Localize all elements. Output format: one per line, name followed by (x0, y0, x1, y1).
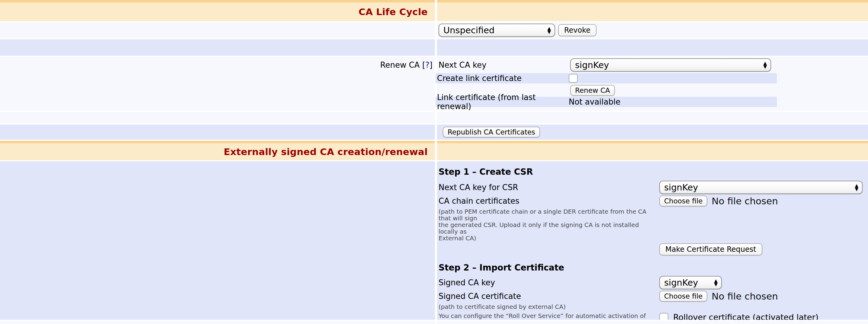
section-title-externally-signed: Externally signed CA creation/renewal (224, 146, 435, 157)
rollover-control: Rollover certificate (activated later) (659, 313, 818, 320)
help-bracket-open: [ (422, 60, 425, 69)
spacer-row (0, 112, 868, 123)
next-ca-key-for-csr-label: Next CA key for CSR (438, 183, 659, 192)
signed-ca-certificate-row: Signed CA certificate Choose file No fil… (438, 290, 868, 302)
spacer-left (0, 39, 435, 56)
ca-chain-certificates-label: CA chain certificates (438, 197, 659, 206)
signed-ca-certificate-label: Signed CA certificate (438, 292, 659, 301)
next-ca-key-label: Next CA key (438, 60, 570, 69)
next-ca-key-for-csr-select[interactable]: signKey ▲▼ (659, 181, 863, 194)
next-ca-key-row: Next CA key signKey ▲▼ (437, 57, 868, 72)
signed-ca-key-value: signKey (664, 277, 698, 288)
create-link-certificate-row: Create link certificate (435, 73, 777, 83)
select-arrows-icon: ▲▼ (850, 184, 858, 191)
ca-chain-file-input: Choose file No file chosen (659, 196, 778, 206)
spacer-right (437, 112, 868, 123)
link-certificate-label: Link certificate (from last renewal) (437, 93, 569, 111)
next-ca-key-value: signKey (575, 60, 609, 70)
renew-ca-row-label: Renew CA [?] (0, 57, 435, 69)
make-certificate-request-button[interactable]: Make Certificate Request (659, 243, 762, 256)
section-header-right-spacer (437, 141, 868, 160)
signed-ca-key-label: Signed CA key (438, 278, 659, 287)
rollover-hint: You can configure the “Roll Over Service… (438, 313, 659, 320)
spacer-right (437, 39, 868, 56)
step2-heading: Step 2 – Import Certificate (438, 263, 868, 273)
choose-file-button[interactable]: Choose file (659, 291, 707, 302)
link-certificate-row: Link certificate (from last renewal) Not… (435, 97, 777, 107)
republish-left-spacer (0, 124, 435, 140)
section-header-right-spacer (437, 0, 868, 21)
rollover-row: You can configure the “Roll Over Service… (438, 313, 868, 320)
signed-ca-certificate-file-input: Choose file No file chosen (659, 291, 778, 302)
ca-life-cycle-header-row: CA Life Cycle (0, 0, 868, 21)
section-title-ca-life-cycle: CA Life Cycle (359, 6, 435, 17)
ca-chain-hint: (path to PEM certificate chain or a sing… (438, 208, 653, 241)
no-file-chosen-text: No file chosen (712, 291, 778, 302)
revocation-reason-select[interactable]: Unspecified ▲▼ (438, 24, 555, 37)
renew-ca-row: Renew CA [?] Next CA key signKey ▲▼ Crea… (0, 57, 868, 111)
bottom-right (437, 321, 868, 324)
select-arrows-icon: ▲▼ (710, 279, 718, 286)
rollover-certificate-label: Rollover certificate (activated later) (673, 313, 818, 320)
select-arrows-icon: ▲▼ (759, 61, 767, 68)
republish-row: Republish CA Certificates (0, 124, 868, 140)
next-ca-key-for-csr-value: signKey (664, 182, 698, 193)
spacer-left (0, 112, 435, 123)
signed-ca-certificate-hint: (path to certificate signed by external … (438, 303, 653, 310)
signed-ca-key-row: Signed CA key signKey ▲▼ (438, 276, 868, 290)
revocation-reason-value: Unspecified (443, 25, 494, 35)
choose-file-button[interactable]: Choose file (659, 196, 707, 206)
revoke-button[interactable]: Revoke (558, 24, 596, 36)
externally-signed-body-row: Step 1 – Create CSR Next CA key for CSR … (0, 161, 868, 320)
step1-heading: Step 1 – Create CSR (438, 167, 868, 177)
next-ca-key-select[interactable]: signKey ▲▼ (570, 58, 771, 71)
spacer-row (0, 39, 868, 56)
step1-next-key-row: Next CA key for CSR signKey ▲▼ (438, 180, 868, 194)
signed-ca-key-select[interactable]: signKey ▲▼ (659, 276, 722, 289)
revoke-row-left-spacer (0, 22, 435, 38)
externally-signed-header-row: Externally signed CA creation/renewal (0, 141, 868, 160)
renew-ca-label-text: Renew CA (380, 60, 420, 69)
make-request-button-row: Make Certificate Request (438, 243, 868, 256)
renew-ca-button[interactable]: Renew CA (570, 85, 615, 96)
create-link-certificate-checkbox[interactable] (569, 74, 578, 83)
revoke-row: Unspecified ▲▼ Revoke (0, 22, 868, 38)
rollover-certificate-checkbox[interactable] (659, 313, 669, 320)
renew-ca-label-cell: Renew CA [?] (0, 57, 435, 111)
externally-signed-left-spacer (0, 161, 435, 320)
no-file-chosen-text: No file chosen (712, 196, 778, 206)
select-arrows-icon: ▲▼ (543, 27, 551, 34)
republish-ca-certificates-button[interactable]: Republish CA Certificates (443, 127, 540, 138)
link-certificate-value: Not available (569, 97, 620, 107)
help-bracket-close: ] (430, 60, 433, 69)
ca-chain-certificates-row: CA chain certificates Choose file No fil… (438, 195, 868, 207)
bottom-row (0, 321, 868, 324)
section-header-left: CA Life Cycle (0, 0, 435, 21)
section-header-left: Externally signed CA creation/renewal (0, 141, 435, 160)
help-link[interactable]: ? (425, 60, 430, 69)
create-link-certificate-label: Create link certificate (437, 74, 569, 83)
bottom-left (0, 321, 435, 324)
